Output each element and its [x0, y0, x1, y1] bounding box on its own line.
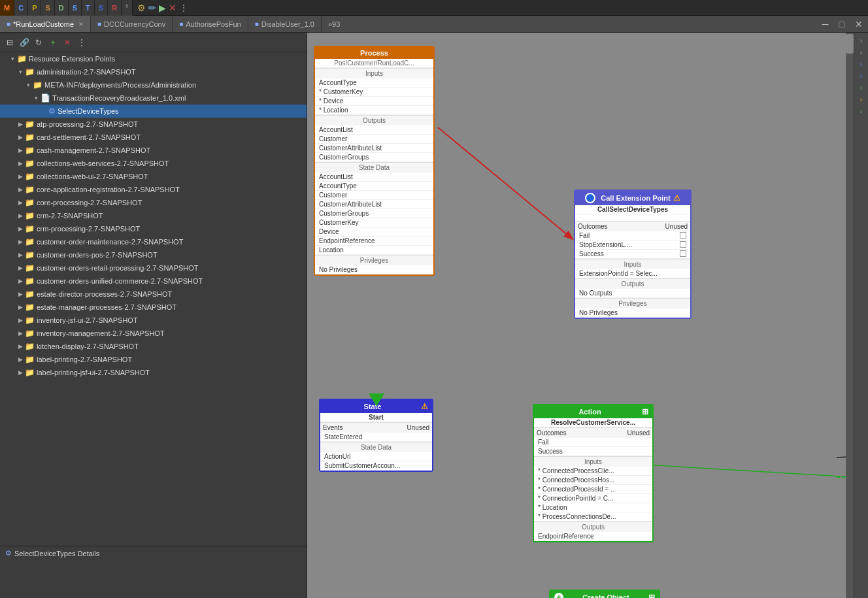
input-customer-key: * CustomerKey — [315, 88, 433, 97]
sidebar-item-label-print-jsf[interactable]: ▶ 📁 label-printing-jsf-ui-2.7-SNAPSHOT — [0, 366, 307, 379]
action1-name: ResolveCustomerService... — [534, 418, 652, 427]
state-data-label: State Data — [315, 162, 433, 173]
right-btn-7[interactable]: › — [856, 106, 867, 116]
ext-inputs-label: Inputs — [575, 259, 690, 269]
sidebar-item-cust-orders-retail[interactable]: ▶ 📁 customer-orders-retail-processing-2.… — [0, 261, 307, 274]
sidebar-item-crm-proc[interactable]: ▶ 📁 crm-processing-2.7-SNAPSHOT — [0, 222, 307, 235]
right-btn-1[interactable]: › — [856, 35, 867, 46]
add-btn[interactable]: + — [47, 37, 59, 48]
sidebar-item-cust-orders-unified[interactable]: ▶ 📁 customer-orders-unified-commerce-2.7… — [0, 274, 307, 288]
mini-tab-p[interactable]: P — [28, 0, 41, 16]
create-object-card[interactable]: + Create Object ⊞ CreateSubmitCustomerA.… — [549, 590, 660, 598]
right-btn-5[interactable]: › — [856, 82, 867, 93]
toolbar-icon-3[interactable]: ▶ — [159, 3, 166, 13]
mini-tab-s1[interactable]: S — [41, 0, 54, 16]
mini-tab-r[interactable]: R — [108, 0, 122, 16]
state-connector-down — [369, 393, 384, 407]
canvas-area[interactable]: Process Pos/Customer/RunLoadC... Inputs … — [307, 33, 854, 598]
ext-priv-value: No Privileges — [575, 308, 690, 318]
mini-tab-s3[interactable]: S — [95, 0, 108, 16]
output-customer-attr: CustomerAttributeList — [315, 144, 433, 153]
sidebar-item-admin[interactable]: ▾ 📁 administration-2.7-SNAPSHOT — [0, 65, 307, 78]
ext-card-header: Call Extension Point ⚠ — [575, 191, 690, 205]
action1-input-1: * ConnectedProcessClie... — [534, 467, 652, 476]
create-plus-icon: + — [554, 593, 563, 598]
window-close[interactable]: ✕ — [850, 19, 868, 29]
mini-tab-m[interactable]: M — [0, 0, 14, 16]
state-event-entered: StateEntered — [320, 433, 432, 442]
sidebar-item-atp[interactable]: ▶ 📁 atp-processing-2.7-SNAPSHOT — [0, 118, 307, 131]
sidebar-item-crm[interactable]: ▶ 📁 crm-2.7-SNAPSHOT — [0, 209, 307, 222]
state-card[interactable]: State ⚠ Start Events Unused StateEnter — [319, 399, 433, 472]
sidebar-item-resource-ext[interactable]: ▾ 📁 Resource Extension Points — [0, 52, 307, 65]
toolbar-icon-2[interactable]: ✏ — [148, 3, 156, 13]
tab-close-1[interactable]: ✕ — [78, 21, 84, 27]
create-grid-icon: ⊞ — [648, 593, 655, 598]
toolbar-icon-1[interactable]: ⚙ — [137, 3, 146, 13]
sidebar-item-meta-inf[interactable]: ▾ 📁 META-INF/deployments/Process/Adminis… — [0, 78, 307, 91]
action1-input-2: * ConnectedProcessHos... — [534, 476, 652, 485]
sidebar-toolbar: ⊟ 🔗 ↻ + ✕ ⋮ — [0, 33, 307, 52]
mini-tab-overflow[interactable]: ⁵ — [122, 0, 133, 16]
right-btn-6[interactable]: › — [856, 94, 867, 105]
window-maximize[interactable]: □ — [834, 19, 850, 29]
link-btn[interactable]: 🔗 — [18, 37, 30, 48]
sidebar-item-core-app-reg[interactable]: ▶ 📁 core-application-registration-2.7-SN… — [0, 183, 307, 196]
window-minimize[interactable]: ─ — [817, 19, 834, 29]
right-btn-4[interactable]: › — [856, 71, 867, 81]
toolbar-icon-5[interactable]: ⋮ — [179, 3, 188, 13]
sidebar-item-cust-order-maint[interactable]: ▶ 📁 customer-order-maintenance-2.7-SNAPS… — [0, 235, 307, 248]
sidebar-item-estate-director[interactable]: ▶ 📁 estate-director-processes-2.7-SNAPSH… — [0, 288, 307, 301]
detail-icon: ⚙ SelectDeviceTypes Details — [5, 549, 301, 557]
file-tab-dcc[interactable]: ■ DCCCurrencyConv — [91, 16, 173, 32]
file-tab-runload[interactable]: ■ *RunLoadCustome ✕ — [0, 16, 91, 32]
right-btn-2[interactable]: › — [856, 47, 867, 58]
state-sd-submit: SubmitCustomerAccoun... — [320, 461, 432, 471]
sidebar-item-transaction-recovery[interactable]: ▾ 📄 TransactionRecoveryBroadcaster_1.0.x… — [0, 91, 307, 105]
state-name: Start — [320, 413, 432, 422]
sidebar-item-cash-mgmt[interactable]: ▶ 📁 cash-management-2.7-SNAPSHOT — [0, 144, 307, 157]
mini-tab-t[interactable]: T — [82, 0, 95, 16]
sidebar-item-select-device-types[interactable]: ⚙ SelectDeviceTypes — [0, 105, 307, 118]
ext-priv-label: Privileges — [575, 298, 690, 308]
action1-success: Success — [534, 447, 652, 456]
sidebar-item-label-print[interactable]: ▶ 📁 label-printing-2.7-SNAPSHOT — [0, 353, 307, 366]
canvas-scrollbar[interactable] — [846, 33, 854, 598]
file-tab-authorise[interactable]: ■ AuthorisePosFun — [173, 16, 248, 32]
more-btn[interactable]: ⋮ — [76, 37, 88, 48]
sd-endpoint-ref: EndpointReference — [315, 237, 433, 246]
sidebar-item-estate-manager[interactable]: ▶ 📁 estate-manager-processes-2.7-SNAPSHO… — [0, 301, 307, 314]
sidebar-item-inventory-mgmt[interactable]: ▶ 📁 inventory-management-2.7-SNAPSHOT — [0, 327, 307, 340]
mini-tab-c[interactable]: C — [14, 0, 28, 16]
action-card-resolve[interactable]: Action ⊞ ResolveCustomerService... Outco… — [533, 404, 654, 542]
sidebar-item-core-proc[interactable]: ▶ 📁 core-processing-2.7-SNAPSHOT — [0, 196, 307, 209]
create-card-header: + Create Object ⊞ — [550, 591, 659, 598]
connector-handle — [585, 193, 595, 203]
mini-tab-s2[interactable]: S — [69, 0, 82, 16]
toolbar-icon-4[interactable]: ✕ — [169, 3, 176, 13]
mini-tab-d[interactable]: D — [55, 0, 69, 16]
sidebar-item-collections-web-ui[interactable]: ▶ 📁 collections-web-ui-2.7-SNAPSHOT — [0, 170, 307, 183]
sidebar-item-collections-web-svc[interactable]: ▶ 📁 collections-web-services-2.7-SNAPSHO… — [0, 157, 307, 170]
output-customer: Customer — [315, 135, 433, 144]
sidebar-item-card-settlement[interactable]: ▶ 📁 card-settlement-2.7-SNAPSHOT — [0, 131, 307, 144]
ext-point-card[interactable]: Call Extension Point ⚠ CallSelectDeviceT… — [574, 190, 692, 319]
file-tab-disable[interactable]: ■ DisableUser_1.0 — [248, 16, 322, 32]
sidebar-item-cust-orders-pos[interactable]: ▶ 📁 customer-orders-pos-2.7-SNAPSHOT — [0, 248, 307, 261]
action1-outputs-label: Outputs — [534, 522, 652, 532]
ext-outcome-stop: StopExtensionL.... — [575, 241, 690, 250]
input-device: * Device — [315, 97, 433, 106]
sidebar-item-kitchen[interactable]: ▶ 📁 kitchen-display-2.7-SNAPSHOT — [0, 340, 307, 353]
state-warning-icon: ⚠ — [421, 402, 428, 411]
remove-btn[interactable]: ✕ — [61, 37, 73, 48]
state-events-label: Events Unused — [320, 422, 432, 433]
collapse-all-btn[interactable]: ⊟ — [4, 37, 16, 48]
right-btn-3[interactable]: › — [856, 59, 867, 69]
input-account-type: AccountType — [315, 78, 433, 88]
file-tab-overflow[interactable]: »93 — [322, 20, 346, 28]
state-sd-action-url: ActionUrl — [320, 452, 432, 461]
sd-account-type: AccountType — [315, 182, 433, 191]
sync-btn[interactable]: ↻ — [33, 37, 44, 48]
sidebar-item-inventory-jsf[interactable]: ▶ 📁 inventory-jsf-ui-2.7-SNAPSHOT — [0, 314, 307, 327]
process-card[interactable]: Process Pos/Customer/RunLoadC... Inputs … — [314, 46, 435, 276]
